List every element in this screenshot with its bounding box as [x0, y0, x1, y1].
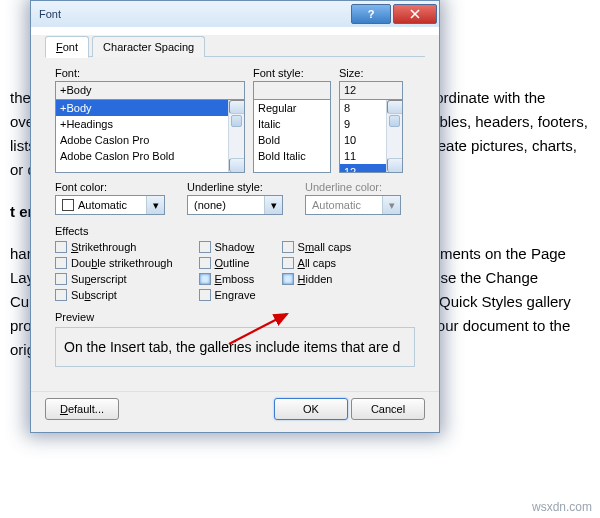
font-color-dropdown[interactable]: Automatic ▾ [55, 195, 165, 215]
checkbox-superscript[interactable]: Superscript [55, 273, 173, 285]
tab-font[interactable]: Font [45, 36, 89, 58]
tab-panel-font: Font: +Body +Body +Headings Adobe Caslon… [45, 57, 425, 379]
label-font: Font: [55, 67, 245, 79]
style-item[interactable]: Bold Italic [254, 148, 330, 164]
underline-style-dropdown[interactable]: (none) ▾ [187, 195, 283, 215]
scroll-up-icon[interactable]: ▲ [387, 100, 403, 114]
size-edit[interactable]: 12 [339, 81, 403, 99]
size-list[interactable]: 8 9 10 11 12 ▲ ▼ [339, 99, 403, 173]
titlebar-title: Font [39, 8, 351, 20]
label-underline-style: Underline style: [187, 181, 283, 193]
style-item[interactable]: Bold [254, 132, 330, 148]
label-underline-color: Underline color: [305, 181, 401, 193]
style-list[interactable]: Regular Italic Bold Bold Italic [253, 99, 331, 173]
font-list[interactable]: +Body +Headings Adobe Caslon Pro Adobe C… [55, 99, 245, 173]
titlebar: Font ? [31, 1, 439, 27]
scroll-thumb[interactable] [389, 115, 400, 127]
style-item[interactable]: Regular [254, 100, 330, 116]
label-size: Size: [339, 67, 403, 79]
chevron-down-icon: ▾ [264, 196, 282, 214]
scrollbar[interactable]: ▲ ▼ [386, 100, 402, 172]
chevron-down-icon: ▾ [146, 196, 164, 214]
checkbox-hidden[interactable]: Hidden [282, 273, 352, 285]
preview-text: On the Insert tab, the galleries include… [55, 327, 415, 367]
checkbox-subscript[interactable]: Subscript [55, 289, 173, 301]
font-item[interactable]: Adobe Caslon Pro [56, 132, 244, 148]
checkbox-outline[interactable]: Outline [199, 257, 256, 269]
default-button[interactable]: Default... [45, 398, 119, 420]
ok-button[interactable]: OK [274, 398, 348, 420]
scroll-down-icon[interactable]: ▼ [229, 158, 245, 172]
font-dialog: Font ? Font Character Spacing Font: +Bod… [30, 0, 440, 433]
svg-text:?: ? [368, 9, 375, 19]
style-edit[interactable] [253, 81, 331, 99]
checkbox-shadow[interactable]: Shadow [199, 241, 256, 253]
label-font-color: Font color: [55, 181, 165, 193]
font-item[interactable]: Adobe Caslon Pro Bold [56, 148, 244, 164]
checkbox-double-strikethrough[interactable]: Double strikethrough [55, 257, 173, 269]
checkbox-emboss[interactable]: Emboss [199, 273, 256, 285]
label-effects: Effects [55, 225, 415, 237]
checkbox-engrave[interactable]: Engrave [199, 289, 256, 301]
underline-color-dropdown: Automatic ▾ [305, 195, 401, 215]
scroll-down-icon[interactable]: ▼ [387, 158, 403, 172]
label-font-style: Font style: [253, 67, 331, 79]
scroll-thumb[interactable] [231, 115, 242, 127]
style-item[interactable]: Italic [254, 116, 330, 132]
scroll-up-icon[interactable]: ▲ [229, 100, 245, 114]
checkbox-small-caps[interactable]: Small caps [282, 241, 352, 253]
checkbox-strikethrough[interactable]: Strikethrough [55, 241, 173, 253]
tab-character-spacing[interactable]: Character Spacing [92, 36, 205, 57]
font-item[interactable]: +Body [56, 100, 244, 116]
watermark: wsxdn.com [532, 500, 592, 514]
cancel-button[interactable]: Cancel [351, 398, 425, 420]
font-edit[interactable]: +Body [55, 81, 245, 99]
help-button[interactable]: ? [351, 4, 391, 24]
close-button[interactable] [393, 4, 437, 24]
label-preview: Preview [55, 311, 415, 323]
checkbox-all-caps[interactable]: All caps [282, 257, 352, 269]
font-item[interactable]: +Headings [56, 116, 244, 132]
chevron-down-icon: ▾ [382, 196, 400, 214]
scrollbar[interactable]: ▲ ▼ [228, 100, 244, 172]
